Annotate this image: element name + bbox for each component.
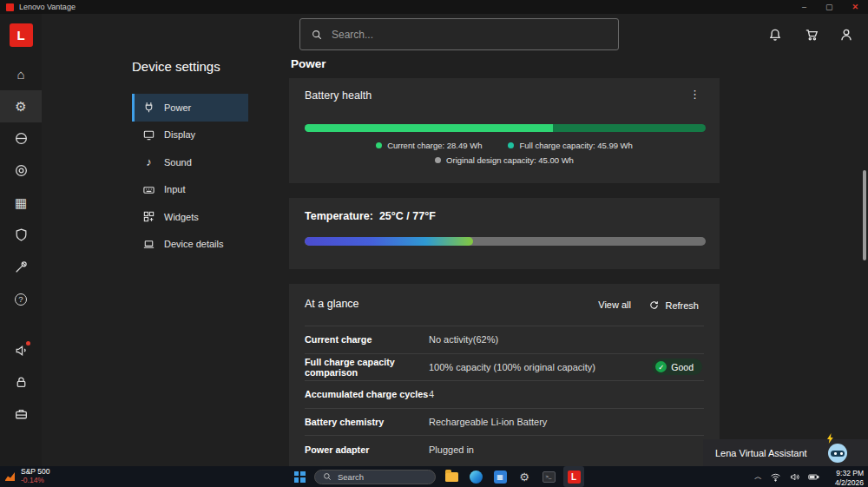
view-all-link[interactable]: View all — [598, 299, 631, 310]
file-explorer-icon[interactable] — [441, 466, 462, 487]
notification-dot — [26, 341, 30, 346]
glance-row-battery-chemistry: Battery chemistry Rechargeable Li-ion Ba… — [305, 408, 704, 436]
section-title: Device settings — [132, 59, 220, 74]
battery-legend-row-2: Original design capacity: 45.00 Wh — [289, 155, 720, 165]
stock-change: -0.14% — [21, 477, 49, 485]
settings-gear-taskbar-icon[interactable]: ⚙ — [514, 466, 535, 487]
battery-icon[interactable] — [808, 471, 819, 483]
close-button[interactable]: ✕ — [852, 3, 858, 11]
check-icon: ✓ — [655, 361, 667, 372]
edge-browser-icon[interactable] — [465, 466, 486, 487]
legend-original-design-capacity: Original design capacity: 45.00 Wh — [435, 155, 574, 165]
battery-card-title: Battery health — [305, 89, 372, 102]
glance-row-charge-cycles: Accumulated charge cycles 4 — [305, 380, 704, 408]
glance-row-power-adapter: Power adapter Plugged in — [305, 435, 704, 463]
shield-icon[interactable] — [0, 219, 42, 251]
page-title: Power — [291, 57, 326, 70]
power-plug-icon — [142, 101, 155, 114]
battery-legend-row-1: Current charge: 28.49 Wh Full charge cap… — [289, 141, 720, 150]
terminal-icon[interactable]: >_ — [538, 466, 559, 487]
clock-time: 9:32 PM — [835, 469, 864, 478]
clock-date: 4/2/2026 — [835, 478, 864, 487]
refresh-link[interactable]: Refresh — [648, 299, 699, 311]
home-icon[interactable]: ⌂ — [0, 58, 42, 90]
lenovo-vantage-taskbar-icon[interactable]: L — [563, 466, 584, 487]
legend-dot — [508, 142, 514, 148]
lock-icon[interactable] — [0, 366, 42, 398]
sound-icon: ♪ — [142, 155, 155, 168]
tray-chevron-icon[interactable]: ︿ — [754, 471, 762, 483]
nav-item-power[interactable]: Power — [132, 94, 248, 122]
status-badge: ✓ Good — [652, 359, 702, 375]
search-input[interactable] — [332, 29, 608, 41]
legend-current-charge: Current charge: 28.49 Wh — [376, 141, 482, 150]
legend-dot — [435, 157, 441, 163]
search-bar[interactable] — [299, 18, 619, 50]
start-button[interactable] — [289, 466, 310, 487]
glance-title: At a glance — [305, 298, 359, 310]
temperature-card: Temperature: 25°C / 77°F — [289, 198, 720, 269]
nav-item-input[interactable]: Input — [132, 176, 248, 204]
notifications-bell-icon[interactable] — [767, 27, 783, 43]
search-icon — [311, 29, 323, 41]
at-a-glance-card: At a glance View all Refresh Current cha… — [289, 284, 720, 487]
system-circle-icon[interactable] — [0, 122, 42, 155]
nav-item-sound[interactable]: ♪ Sound — [132, 148, 248, 176]
temperature-fill — [305, 237, 473, 246]
cart-icon[interactable] — [804, 27, 819, 43]
settings-gear-icon[interactable]: ⚙ — [0, 90, 42, 122]
search-icon — [323, 472, 332, 481]
system-tray: ︿ — [754, 466, 819, 487]
store-icon[interactable]: ▦ — [490, 466, 510, 487]
legend-full-charge-capacity: Full charge capacity: 45.99 Wh — [508, 141, 632, 150]
apps-grid-icon[interactable]: ▦ — [0, 187, 42, 219]
titlebar: Lenovo Vantage – ▢ ✕ — [0, 0, 868, 14]
stock-chart-icon — [4, 471, 16, 482]
device-settings-nav: Power Display ♪ Sound Input Widgets Devi… — [132, 94, 248, 258]
glance-row-full-charge-comparison: Full charge capacity comparison 100% cap… — [305, 353, 704, 381]
nav-item-device-details[interactable]: Device details — [132, 231, 248, 259]
tools-icon[interactable] — [0, 251, 42, 283]
taskbar: S&P 500 -0.14% Search ▦ ⚙ >_ L ︿ 9:32 PM… — [0, 466, 868, 487]
wifi-icon[interactable] — [770, 471, 781, 483]
icon-rail: L ⌂ ⚙ ▦ ? — [0, 14, 42, 466]
battery-health-bar — [305, 124, 706, 132]
maximize-button[interactable]: ▢ — [825, 3, 833, 11]
app-logo-icon — [6, 3, 14, 11]
device-case-icon[interactable] — [0, 398, 42, 431]
whats-new-icon[interactable] — [0, 334, 42, 366]
temperature-value: 25°C / 77°F — [379, 210, 436, 222]
taskbar-search[interactable]: Search — [314, 470, 436, 484]
volume-icon[interactable] — [789, 471, 800, 483]
temperature-bar — [305, 237, 706, 246]
battery-fill — [305, 124, 553, 132]
robot-assistant-icon[interactable] — [828, 444, 847, 463]
glance-rows: Current charge No activity(62%) Full cha… — [305, 326, 704, 463]
glance-row-current-charge: Current charge No activity(62%) — [305, 326, 704, 353]
widgets-stock-ticker[interactable]: S&P 500 -0.14% — [4, 468, 49, 485]
help-icon[interactable]: ? — [0, 283, 42, 315]
target-icon[interactable] — [0, 155, 42, 187]
lightning-icon — [826, 433, 834, 444]
nav-item-display[interactable]: Display — [132, 122, 248, 149]
lenovo-vantage-window: Lenovo Vantage – ▢ ✕ L ⌂ ⚙ ▦ ? — [0, 0, 868, 487]
lenovo-logo: L — [10, 23, 33, 47]
refresh-icon — [648, 299, 660, 311]
app-title: Lenovo Vantage — [19, 3, 76, 11]
laptop-icon — [142, 238, 155, 251]
nav-item-widgets[interactable]: Widgets — [132, 203, 248, 231]
battery-health-card: Battery health ⋮ Current charge: 28.49 W… — [289, 78, 720, 183]
minimize-button[interactable]: – — [802, 3, 806, 11]
widgets-icon — [142, 210, 155, 223]
assistant-label: Lena Virtual Assistant — [715, 448, 807, 458]
virtual-assistant-bar[interactable]: Lena Virtual Assistant — [703, 439, 868, 466]
kebab-menu-icon[interactable]: ⋮ — [689, 88, 700, 101]
temperature-title: Temperature: 25°C / 77°F — [305, 210, 436, 222]
account-icon[interactable] — [838, 27, 854, 43]
keyboard-icon — [142, 183, 155, 196]
windows-logo-icon — [294, 471, 306, 483]
legend-dot — [376, 142, 382, 148]
clock[interactable]: 9:32 PM 4/2/2026 — [835, 469, 864, 487]
display-icon — [142, 128, 155, 141]
scrollbar[interactable] — [863, 170, 866, 260]
